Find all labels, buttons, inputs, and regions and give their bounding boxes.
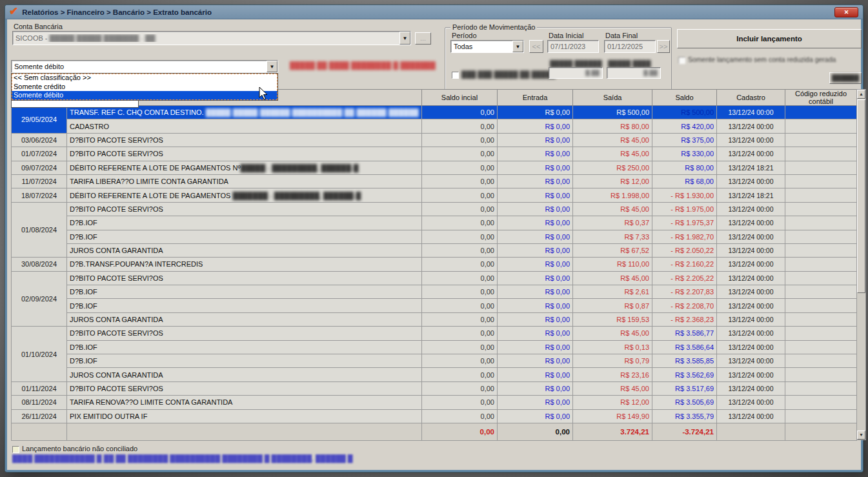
chevron-down-icon[interactable]: ▼ <box>399 32 410 45</box>
col-header-saida[interactable]: Saída <box>573 90 652 106</box>
table-row[interactable]: JUROS CONTA GARANTIDA0,00R$ 0,00R$ 23,16… <box>12 368 857 381</box>
valor-inicial-field[interactable]: █,██ <box>549 67 603 79</box>
col-header-entrada[interactable]: Entrada <box>498 90 573 106</box>
description-cell: D?B.IOF <box>67 216 422 230</box>
scroll-up-icon[interactable]: ▲ <box>857 90 865 99</box>
prev-period-button[interactable]: << <box>529 40 543 53</box>
date-cell: 26/11/2024 <box>12 409 67 423</box>
data-inicial-label: Data Inicial <box>549 32 583 39</box>
col-header-cadastro[interactable]: Cadastro <box>717 90 785 106</box>
saldo-inicial-cell: 0,00 <box>422 174 498 188</box>
table-row[interactable]: D?B.IOF0,00R$ 0,00R$ 0,79R$ 3.585,8513/1… <box>12 354 857 368</box>
filtro-valor-checkbox[interactable]: ███ ███ █████ ██ █████ <box>452 70 556 79</box>
col-header-saldo[interactable]: Saldo <box>652 90 717 106</box>
close-button[interactable]: ✕ <box>834 7 858 17</box>
data-inicial-field[interactable]: 07/11/2023 <box>547 40 599 53</box>
browse-account-button[interactable]: ... <box>415 32 431 45</box>
table-row[interactable]: 02/09/2024D?BITO PACOTE SERVI?OS0,00R$ 0… <box>12 271 857 285</box>
codigo-cell <box>785 258 857 271</box>
incluir-lancamento-button[interactable]: Incluir lançamento <box>677 29 862 48</box>
conta-bancaria-select[interactable]: SICOOB - █████ █████ ███████ - ██ ▼ <box>12 31 411 45</box>
description-cell: JUROS CONTA GARANTIDA <box>67 243 422 257</box>
table-row[interactable]: 01/11/2024D?BITO PACOTE SERVI?OS0,00R$ 0… <box>12 381 857 395</box>
footer-redacted-link[interactable]: ████ ████████████ █ ██ ██ ████████ █████… <box>12 454 353 462</box>
saldo-inicial-cell: 0,00 <box>422 299 498 312</box>
entrada-cell: R$ 0,00 <box>498 409 573 423</box>
dropdown-option[interactable]: Somente débito <box>12 91 278 100</box>
cadastro-cell: 13/12/24 00:00 <box>717 285 785 299</box>
cadastro-cell: 13/12/24 00:00 <box>717 409 785 423</box>
valor-final-field[interactable]: █,██ <box>607 67 661 79</box>
table-row[interactable]: 09/07/2024DÉBITO REFERENTE A LOTE DE PAG… <box>12 161 857 174</box>
codigo-cell <box>785 174 857 188</box>
table-row[interactable]: D?B.IOF0,00R$ 0,00R$ 0,13R$ 3.586,6413/1… <box>12 340 857 354</box>
table-row[interactable]: D?B.IOF0,00R$ 0,00R$ 0,87- R$ 2.208,7013… <box>12 299 857 312</box>
saida-cell: R$ 2,61 <box>573 285 652 299</box>
entrada-cell: R$ 0,00 <box>498 354 573 368</box>
entrada-cell: R$ 0,00 <box>498 271 573 285</box>
table-row[interactable]: 26/11/2024PIX EMITIDO OUTRA IF0,00R$ 0,0… <box>12 409 857 423</box>
cadastro-cell: 13/12/24 00:00 <box>717 340 785 354</box>
classification-select[interactable]: Somente débito ▼ <box>11 60 278 73</box>
codigo-cell <box>785 381 857 395</box>
cadastro-cell: 13/12/24 00:00 <box>717 368 785 381</box>
scrollbar-thumb[interactable] <box>857 99 865 293</box>
saldo-inicial-cell: 0,00 <box>422 106 498 119</box>
table-row[interactable]: 30/08/2024D?B.TRANSF.POUPAN?A INTERCREDI… <box>12 258 857 271</box>
close-icon: ✕ <box>844 9 849 15</box>
table-row[interactable]: 08/11/2024TARIFA RENOVA??O LIMITE CONTA … <box>12 396 857 409</box>
next-period-button[interactable]: >> <box>657 40 670 53</box>
total-saldo-inicial: 0,00 <box>422 423 498 440</box>
table-row[interactable]: D?B.IOF0,00R$ 0,00R$ 7,33- R$ 1.982,7013… <box>12 230 857 243</box>
table-row[interactable]: 01/08/2024D?BITO PACOTE SERVI?OS0,00R$ 0… <box>12 202 857 216</box>
small-action-button[interactable]: ██████ <box>829 72 862 84</box>
dropdown-option[interactable]: Somente crédito <box>12 83 278 92</box>
periodo-select[interactable]: Todas ▼ <box>450 40 524 53</box>
dropdown-option[interactable]: << Sem classificação >> <box>12 74 278 83</box>
codigo-cell <box>785 368 857 381</box>
classification-value: Somente débito <box>12 63 267 70</box>
nao-conciliado-checkbox[interactable]: Lançamento bancário não conciliado <box>12 445 137 453</box>
cadastro-cell: 13/12/24 00:00 <box>717 243 785 257</box>
total-entrada: 0,00 <box>498 423 573 440</box>
cadastro-cell: 13/12/24 18:21 <box>717 161 785 174</box>
saldo-cell: R$ 420,00 <box>652 119 717 133</box>
table-row[interactable]: 11/07/2024TARIFA LIBERA??O LIMITE CONTA … <box>12 174 857 188</box>
col-header-saldo-inicial[interactable]: Saldo incial <box>422 90 498 106</box>
table-row[interactable]: D?B.IOF0,00R$ 0,00R$ 2,61- R$ 2.207,8313… <box>12 285 857 299</box>
description-cell: D?BITO PACOTE SERVI?OS <box>67 271 422 285</box>
table-row[interactable]: JUROS CONTA GARANTIDA0,00R$ 0,00R$ 67,52… <box>12 243 857 257</box>
codigo-cell <box>785 230 857 243</box>
data-inicial-value: 07/11/2023 <box>548 43 598 50</box>
table-row[interactable]: 18/07/2024DÉBITO REFERENTE A LOTE DE PAG… <box>12 188 857 202</box>
saida-cell: R$ 23,16 <box>573 368 652 381</box>
table-scrollbar[interactable]: ▲ ▼ <box>856 89 866 440</box>
description-cell: D?B.IOF <box>67 230 422 243</box>
description-cell: D?B.IOF <box>67 340 422 354</box>
chevron-down-icon[interactable]: ▼ <box>267 61 278 72</box>
scroll-down-icon[interactable]: ▼ <box>857 431 865 440</box>
statement-table: Saldo incial Entrada Saída Saldo Cadastr… <box>11 89 857 441</box>
table-row[interactable]: D?B.IOF0,00R$ 0,00R$ 0,37- R$ 1.975,3713… <box>12 216 857 230</box>
codigo-cell <box>785 119 857 133</box>
table-row[interactable]: 03/06/2024D?BITO PACOTE SERVI?OS0,00R$ 0… <box>12 133 857 147</box>
saldo-cell: - R$ 1.975,37 <box>652 216 717 230</box>
col-header-codigo[interactable]: Código reduzido contábil <box>785 90 857 106</box>
table-row[interactable]: 01/10/2024D?BITO PACOTE SERVI?OS0,00R$ 0… <box>12 327 857 340</box>
saida-cell: R$ 45,00 <box>573 381 652 395</box>
entrada-cell: R$ 0,00 <box>498 312 573 326</box>
app-logo-check-icon: ✔ <box>9 6 18 17</box>
table-row[interactable]: JUROS CONTA GARANTIDA0,00R$ 0,00R$ 159,5… <box>12 312 857 326</box>
periodo-group-label: Período de Movimentação <box>450 23 537 31</box>
saldo-cell: - R$ 2.050,22 <box>652 243 717 257</box>
conta-bancaria-label: Conta Bancária <box>14 23 63 30</box>
cadastro-cell: 13/12/24 00:00 <box>717 271 785 285</box>
chevron-down-icon[interactable]: ▼ <box>512 41 523 52</box>
data-final-field[interactable]: 01/12/2025 <box>604 40 656 53</box>
table-row[interactable]: 01/07/2024D?BITO PACOTE SERVI?OS0,00R$ 0… <box>12 147 857 161</box>
table-row[interactable]: CADASTRO0,00R$ 0,00R$ 80,00R$ 420,0013/1… <box>12 119 857 133</box>
saida-cell: R$ 250,00 <box>573 161 652 174</box>
somente-lancamento-checkbox[interactable]: Somente lançamento sem conta reduzida ge… <box>678 56 836 64</box>
date-cell: 01/11/2024 <box>12 381 67 395</box>
description-cell: D?BITO PACOTE SERVI?OS <box>67 147 422 161</box>
